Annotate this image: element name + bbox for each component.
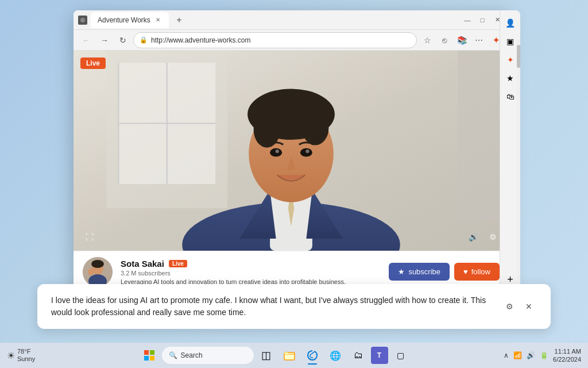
- svg-point-24: [91, 260, 104, 268]
- browser-content: Live ⛶ 🔊 ⚙: [74, 51, 509, 292]
- favorites-sidebar-icon[interactable]: ★: [502, 70, 519, 86]
- datetime[interactable]: 11:11 AM 6/22/2024: [553, 347, 581, 364]
- volume-tray-icon[interactable]: 🔊: [525, 350, 536, 361]
- volume-button[interactable]: 🔊: [465, 229, 481, 245]
- tray-chevron[interactable]: ∧: [502, 350, 510, 361]
- more-icon[interactable]: ⋯: [471, 32, 487, 48]
- taskbar-center: 🔍 Search ◫ 🌐 🗂: [47, 345, 502, 366]
- browser-tab[interactable]: Adventure Works ✕: [91, 12, 169, 28]
- pip-sidebar-icon[interactable]: ▣: [502, 33, 519, 49]
- channel-actions: ★ subscribe ♥ follow: [389, 263, 500, 281]
- browser-window: Adventure Works ✕ + — □ ✕ ← → ↻ 🔒 http:/…: [74, 10, 509, 292]
- channel-avatar: [83, 257, 113, 287]
- back-button[interactable]: ←: [78, 32, 94, 48]
- video-controls: ⛶ 🔊 ⚙: [74, 229, 509, 245]
- copilot-panel: I love the ideas for using AI art to pro…: [37, 284, 551, 329]
- file-explorer-button[interactable]: [279, 345, 300, 366]
- tab-close-button[interactable]: ✕: [154, 16, 162, 24]
- address-bar[interactable]: 🔒 http://www.adventure-works.com: [133, 32, 417, 48]
- maximize-button[interactable]: □: [475, 13, 489, 27]
- weather-condition: Sunny: [17, 355, 35, 363]
- toolbar-actions: ☆ ⎋ 📚 ⋯ ✦: [419, 32, 504, 48]
- avatar-image: [83, 257, 113, 287]
- svg-point-0: [80, 18, 85, 22]
- share-icon[interactable]: ⎋: [436, 32, 452, 48]
- weather-temp: 78°F: [17, 348, 35, 355]
- follow-button[interactable]: ♥ follow: [454, 263, 500, 281]
- subscribe-label: subscribe: [408, 267, 440, 276]
- taskbar-weather[interactable]: ☀ 78°F Sunny: [7, 348, 47, 363]
- time: 11:11 AM: [555, 347, 581, 355]
- video-frame: [74, 51, 509, 251]
- follow-label: follow: [471, 267, 490, 276]
- search-text: Search: [181, 351, 203, 359]
- network-icon[interactable]: 📶: [512, 350, 523, 361]
- channel-subscribers: 3.2 M subscribers: [121, 270, 381, 277]
- svg-rect-27: [144, 350, 149, 355]
- app-icon-1[interactable]: 🌐: [325, 345, 346, 366]
- window-controls: — □ ✕: [461, 13, 504, 27]
- svg-rect-30: [150, 356, 154, 361]
- svg-rect-29: [144, 356, 149, 361]
- taskbar-right: ∧ 📶 🔊 🔋 11:11 AM 6/22/2024: [502, 347, 581, 364]
- video-container: Live ⛶ 🔊 ⚙: [74, 51, 509, 251]
- copilot-message: I love the ideas for using AI art to pro…: [51, 294, 494, 319]
- svg-point-26: [88, 269, 94, 275]
- browser-favicon: [78, 16, 87, 25]
- svg-point-21: [305, 150, 309, 153]
- svg-rect-28: [150, 350, 154, 355]
- tab-title: Adventure Works: [98, 16, 150, 24]
- svg-point-17: [302, 111, 328, 145]
- taskbar: ☀ 78°F Sunny 🔍 Search: [0, 343, 588, 368]
- heart-icon: ♥: [463, 267, 468, 276]
- weather-info: 78°F Sunny: [17, 348, 35, 363]
- subscribe-button[interactable]: ★ subscribe: [389, 263, 450, 281]
- favorites-icon[interactable]: ☆: [419, 32, 435, 48]
- app-icon-2[interactable]: 🗂: [348, 345, 369, 366]
- app-icon-terminal[interactable]: ▢: [390, 345, 411, 366]
- channel-name: Sota Sakai: [121, 259, 164, 269]
- date: 6/22/2024: [553, 355, 581, 363]
- svg-point-20: [276, 150, 279, 153]
- channel-name-row: Sota Sakai Live: [121, 259, 381, 269]
- battery-icon[interactable]: 🔋: [539, 350, 550, 361]
- copilot-sidebar-icon[interactable]: ✦: [502, 52, 519, 68]
- forward-button[interactable]: →: [96, 32, 113, 48]
- edge-button[interactable]: [302, 345, 323, 366]
- channel-details: Sota Sakai Live 3.2 M subscribers Levera…: [121, 259, 381, 285]
- url-text: http://www.adventure-works.com: [151, 36, 411, 44]
- search-icon: 🔍: [169, 351, 177, 359]
- svg-rect-32: [284, 352, 288, 354]
- lock-icon: 🔒: [140, 36, 148, 44]
- system-tray: ∧ 📶 🔊 🔋: [502, 350, 550, 361]
- minimize-button[interactable]: —: [461, 13, 474, 27]
- taskbar-search[interactable]: 🔍 Search: [162, 347, 254, 364]
- profile-sidebar-icon[interactable]: 👤: [502, 15, 519, 31]
- live-mini-badge: Live: [169, 260, 187, 267]
- weather-icon: ☀: [7, 350, 15, 361]
- shopping-sidebar-icon[interactable]: 🛍: [502, 89, 519, 105]
- star-icon: ★: [398, 267, 405, 276]
- refresh-button[interactable]: ↻: [115, 32, 131, 48]
- browser-toolbar: ← → ↻ 🔒 http://www.adventure-works.com ☆…: [74, 30, 509, 51]
- copilot-actions: ⚙ ✕: [501, 298, 537, 315]
- scrollbar-thumb[interactable]: [517, 45, 520, 68]
- new-tab-button[interactable]: +: [172, 13, 186, 27]
- copilot-settings-button[interactable]: ⚙: [501, 298, 517, 315]
- start-button[interactable]: [139, 345, 160, 366]
- live-badge: Live: [80, 57, 106, 69]
- settings-button[interactable]: ⚙: [485, 229, 501, 245]
- copilot-close-button[interactable]: ✕: [521, 298, 537, 315]
- fullscreen-button[interactable]: ⛶: [82, 229, 98, 245]
- teams-button[interactable]: T: [371, 347, 388, 364]
- browser-scrollbar[interactable]: [517, 39, 520, 281]
- desktop: Adventure Works ✕ + — □ ✕ ← → ↻ 🔒 http:/…: [0, 0, 588, 368]
- browser-titlebar: Adventure Works ✕ + — □ ✕: [74, 10, 509, 30]
- widgets-button[interactable]: ◫: [256, 345, 277, 366]
- collections-icon[interactable]: 📚: [454, 32, 470, 48]
